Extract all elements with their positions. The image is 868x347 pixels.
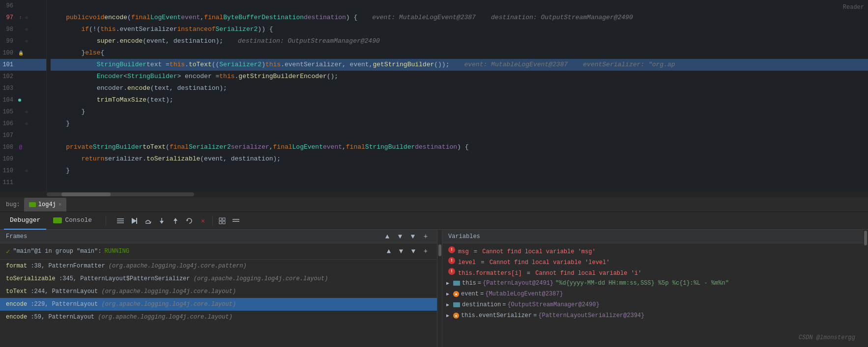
- toolbar-tabs: Debugger Console: [4, 212, 98, 230]
- code-line-103: encoder. encode (text, destination);: [51, 82, 868, 94]
- frames-panel: Frames ▲ ▼ ▼ + ✓ "main"@1 in group "main…: [0, 230, 437, 347]
- var-msg-error-icon: !: [448, 246, 455, 253]
- code-line-101: StringBuilder text = this . toText (( Se…: [51, 59, 868, 71]
- line-99: 99 ○: [0, 35, 46, 47]
- frame-item-3[interactable]: encode :229, PatternLayout (org.apache.l…: [0, 298, 437, 311]
- svg-marker-3: [132, 218, 137, 224]
- code-line-98: if (!( this . eventSerializer instanceof…: [51, 24, 868, 35]
- reader-mode-indicator: Reader: [843, 4, 864, 11]
- toolbar-actions: ✕: [114, 214, 242, 227]
- var-formatters-error-icon: !: [448, 268, 455, 275]
- var-destination-expand-icon: ▶: [446, 302, 453, 308]
- code-line-100: } else {: [51, 47, 868, 59]
- frame-item-2[interactable]: toText :244, PatternLayout (org.apache.l…: [0, 285, 437, 298]
- line-98: 98 ○: [0, 24, 46, 35]
- tab-log4j[interactable]: log4j ×: [24, 198, 67, 212]
- svg-rect-12: [219, 218, 222, 220]
- toolbar-more-btn[interactable]: [230, 214, 242, 227]
- var-event-expand-icon: ▶: [446, 291, 453, 297]
- toolbar-restart-btn[interactable]: [183, 214, 196, 227]
- watermark: CSDN @lmonstergg: [799, 334, 855, 341]
- frames-filter-btn[interactable]: ▼: [407, 231, 418, 242]
- variables-title: Variables: [448, 233, 480, 240]
- variables-list: ! msg = Cannot find local variable 'msg'…: [442, 243, 863, 347]
- variables-header: Variables: [442, 230, 863, 243]
- var-destination[interactable]: ▶ destination = {OutputStreamManager@249…: [442, 299, 863, 310]
- line-104: 104: [0, 94, 46, 106]
- var-this-expand-icon: ▶: [446, 280, 453, 286]
- debugger-content: Frames ▲ ▼ ▼ + ✓ "main"@1 in group "main…: [0, 230, 868, 347]
- var-this-type-icon: [453, 281, 460, 286]
- thread-info: "main"@1 in group "main":: [13, 248, 101, 255]
- thread-down-btn[interactable]: ▼: [396, 246, 406, 257]
- var-formatters-i: ! this.formatters[i] = Cannot find local…: [442, 267, 863, 278]
- editor-area: Reader 96 97 ↑ ○ 98 ○ 99 ○ 100 🔒: [0, 0, 868, 191]
- toolbar-step-over-btn[interactable]: [142, 214, 154, 227]
- code-line-97: public void encode ( final LogEvent even…: [51, 12, 868, 24]
- line-103: 103: [0, 82, 46, 94]
- tab-log4j-close[interactable]: ×: [58, 202, 62, 208]
- svg-marker-11: [187, 219, 188, 221]
- tab-debugger[interactable]: Debugger: [4, 212, 46, 230]
- line-102: 102: [0, 71, 46, 82]
- var-event[interactable]: ▶ ● event = {MutableLogEvent@2387}: [442, 289, 863, 299]
- running-check-icon: ✓: [6, 247, 10, 256]
- tab-console[interactable]: Console: [47, 212, 98, 230]
- toolbar-step-out-btn[interactable]: [169, 214, 182, 227]
- thread-up-btn[interactable]: ▲: [383, 246, 394, 257]
- code-line-107: [51, 130, 868, 141]
- code-content: public void encode ( final LogEvent even…: [47, 0, 868, 191]
- frames-scrollbar[interactable]: [437, 230, 442, 347]
- code-line-96: [51, 0, 868, 12]
- toolbar-step-into-btn[interactable]: [155, 214, 168, 227]
- variables-panel: Variables ! msg = Cannot find local vari…: [442, 230, 863, 347]
- line-96: 96: [0, 0, 46, 12]
- thread-add-btn[interactable]: +: [420, 246, 431, 257]
- toolbar-lines-btn[interactable]: [114, 214, 127, 227]
- var-destination-type-icon: [453, 302, 460, 307]
- code-line-109: return serializer. toSerializable (event…: [51, 153, 868, 165]
- frame-item-0[interactable]: format :38, PatternFormatter (org.apache…: [0, 260, 437, 272]
- code-line-111: [51, 177, 868, 188]
- code-line-106: }: [51, 118, 868, 130]
- debugger-toolbar: Debugger Console: [0, 212, 868, 230]
- frames-actions: ▲ ▼ ▼ +: [382, 231, 431, 242]
- toolbar-grid-btn[interactable]: [216, 214, 229, 227]
- bottom-tab-bar: bug: log4j ×: [0, 197, 868, 212]
- thread-filter-btn[interactable]: ▼: [408, 246, 419, 257]
- code-line-110: }: [51, 165, 868, 177]
- svg-rect-14: [219, 221, 222, 224]
- console-icon: [53, 217, 62, 223]
- var-event-type-icon: ●: [453, 291, 459, 297]
- frames-down-btn[interactable]: ▼: [395, 231, 405, 242]
- var-level: ! level = Cannot find local variable 'le…: [442, 256, 863, 267]
- frames-add-btn[interactable]: +: [420, 231, 431, 242]
- var-event-serializer[interactable]: ▶ ● this.eventSerializer = {PatternLayou…: [442, 310, 863, 321]
- code-line-104: trimToMaxSize (text);: [51, 94, 868, 106]
- line-111: 111: [0, 177, 46, 188]
- frame-item-1[interactable]: toSerializable :345, PatternLayout$Patte…: [0, 272, 437, 285]
- thread-actions: ▲ ▼ ▼ +: [383, 246, 431, 257]
- frame-item-4[interactable]: encode :59, PatternLayout (org.apache.lo…: [0, 311, 437, 323]
- toolbar-resume-btn[interactable]: [128, 214, 141, 227]
- line-105: 105 ○: [0, 106, 46, 118]
- horizontal-scrollbar[interactable]: [0, 191, 868, 197]
- toolbar-stop-btn[interactable]: ✕: [197, 214, 209, 227]
- tab-bar-label: bug:: [4, 201, 22, 208]
- line-107: 107: [0, 130, 46, 141]
- code-line-108: private StringBuilder toText ( final Ser…: [51, 141, 868, 153]
- var-event-serializer-type-icon: ●: [453, 313, 459, 319]
- line-108: 108 @: [0, 141, 46, 153]
- frames-up-btn[interactable]: ▲: [382, 231, 393, 242]
- tab-console-label: Console: [65, 216, 92, 224]
- code-line-102: Encoder < StringBuilder > encoder = this…: [51, 71, 868, 82]
- line-101: 101: [0, 59, 46, 71]
- variables-scrollbar[interactable]: [863, 230, 868, 347]
- frames-list: ✓ "main"@1 in group "main": RUNNING ▲ ▼ …: [0, 243, 437, 347]
- frames-header: Frames ▲ ▼ ▼ +: [0, 230, 437, 243]
- var-this[interactable]: ▶ this = {PatternLayout@2491} "%d{yyyy-M…: [442, 278, 863, 289]
- line-100: 100 🔒: [0, 47, 46, 59]
- running-thread: ✓ "main"@1 in group "main": RUNNING ▲ ▼ …: [0, 243, 437, 260]
- toolbar-sep-1: [106, 216, 106, 226]
- code-line-105: }: [51, 106, 868, 118]
